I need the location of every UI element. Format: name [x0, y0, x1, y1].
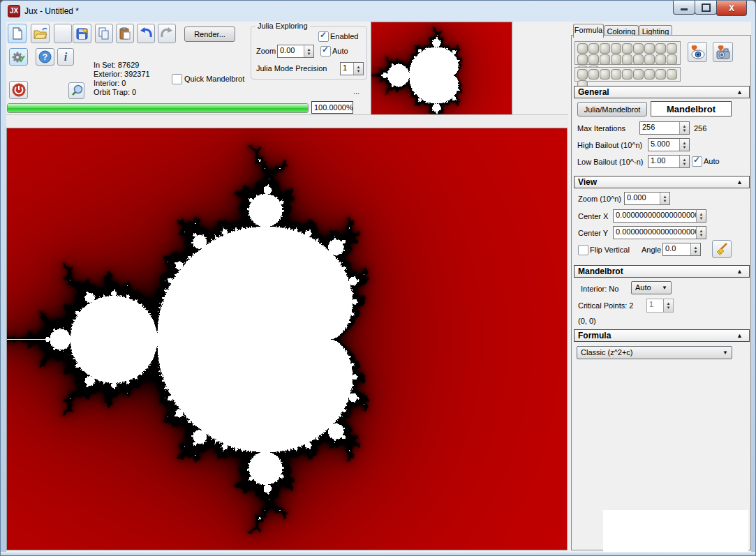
stat-orbit-trap: Orbit Trap: 0: [94, 88, 136, 96]
max-iterations-label: Max Iterations: [577, 124, 625, 133]
julia-zoom-spinner[interactable]: 0.00: [277, 45, 314, 58]
tab-formula[interactable]: Formula: [573, 24, 604, 38]
preset-slot-button[interactable]: [633, 43, 644, 54]
preset-slot-button[interactable]: [600, 43, 610, 54]
bailout-auto-checkbox[interactable]: [692, 156, 702, 167]
new-button[interactable]: [8, 24, 27, 43]
spinner-arrows-icon[interactable]: [696, 227, 706, 239]
preset-slot-button[interactable]: [622, 69, 632, 80]
preset-slot-button[interactable]: [655, 54, 666, 65]
minimize-button[interactable]: [673, 1, 695, 15]
angle-spinner[interactable]: 0.0: [662, 243, 701, 256]
blank-button[interactable]: [54, 24, 72, 43]
progress-bar: [7, 103, 309, 113]
mandelbrot-section-header[interactable]: Mandelbrot: [574, 265, 750, 278]
abort-button[interactable]: [9, 81, 28, 99]
spinner-arrows-icon[interactable]: [690, 243, 700, 255]
preset-slot-button[interactable]: [600, 54, 610, 65]
preset-slot-button[interactable]: [622, 54, 632, 65]
preset-slot-button[interactable]: [577, 69, 588, 80]
center-y-label: Center Y: [578, 229, 608, 237]
center-x-label: Center X: [578, 212, 608, 220]
spinner-arrows-icon[interactable]: [696, 210, 706, 222]
minimize-icon: [681, 8, 688, 10]
preset-slot-button[interactable]: [611, 43, 621, 54]
open-button[interactable]: [31, 24, 50, 43]
preset-slot-button[interactable]: [622, 43, 632, 54]
flip-vertical-checkbox[interactable]: [578, 245, 588, 255]
preset-slot-button[interactable]: [633, 54, 644, 65]
open-folder-icon: [34, 27, 47, 40]
render-button[interactable]: Render...: [184, 27, 235, 42]
preset-slot-button[interactable]: [600, 69, 610, 80]
paste-icon: [119, 27, 131, 40]
julia-auto-checkbox[interactable]: [320, 46, 331, 57]
spinner-arrows-icon[interactable]: [353, 63, 363, 75]
spinner-arrows-icon[interactable]: [679, 122, 689, 134]
spinner-arrows-icon[interactable]: [663, 299, 673, 312]
reset-view-button[interactable]: [712, 240, 732, 258]
critical-points-spinner[interactable]: 1: [646, 299, 674, 313]
window-bottom-border: [1, 552, 756, 556]
new-document-icon: [12, 27, 23, 40]
spinner-arrows-icon[interactable]: [679, 139, 689, 151]
preset-slot-button[interactable]: [588, 69, 599, 80]
preset-slot-button[interactable]: [667, 54, 677, 65]
general-section-header[interactable]: General: [574, 86, 750, 98]
view-zoom-spinner[interactable]: 0.000: [624, 192, 670, 205]
preset-slot-button[interactable]: [577, 54, 588, 65]
preset-slot-button[interactable]: [667, 43, 677, 54]
fractal-canvas[interactable]: [7, 128, 567, 550]
preset-slot-button[interactable]: [644, 43, 655, 54]
preset-slot-button[interactable]: [655, 69, 666, 80]
settings-button[interactable]: [9, 48, 28, 66]
undo-button[interactable]: [137, 24, 155, 43]
paste-button[interactable]: [116, 24, 134, 43]
info-button[interactable]: i: [57, 48, 74, 66]
spinner-arrows-icon[interactable]: [660, 193, 669, 204]
interior-mode-select[interactable]: Auto: [631, 281, 672, 294]
preset-slot-button[interactable]: [577, 43, 588, 54]
preset-slot-button[interactable]: [633, 69, 644, 80]
view-section-header[interactable]: View: [574, 176, 750, 188]
redo-button[interactable]: [158, 24, 176, 43]
julia-mandelbrot-toggle-button[interactable]: Julia/Mandelbrot: [577, 102, 647, 117]
formula-section-header[interactable]: Formula: [574, 329, 750, 342]
zoom-tool-button[interactable]: [68, 82, 84, 99]
julia-precision-spinner[interactable]: 1: [340, 62, 364, 75]
center-y-spinner[interactable]: 0.000000000000000000: [613, 226, 706, 239]
stat-in-set: In Set: 87629: [94, 61, 139, 69]
more-options-ellipsis[interactable]: ...: [353, 87, 360, 96]
progress-percent: 100.0000%: [311, 101, 353, 114]
maximize-button[interactable]: [695, 1, 717, 15]
preset-slot-button[interactable]: [644, 54, 655, 65]
preset-slot-button[interactable]: [655, 43, 666, 54]
center-x-spinner[interactable]: 0.000000000000000000: [613, 209, 706, 223]
quick-mandelbrot-checkbox[interactable]: [172, 74, 182, 84]
preset-slot-button[interactable]: [588, 54, 599, 65]
spinner-arrows-icon[interactable]: [304, 45, 313, 57]
close-button[interactable]: X: [716, 1, 747, 16]
window-title: Jux - Untitled *: [24, 6, 79, 16]
info-icon: i: [64, 51, 67, 63]
preset-slot-button[interactable]: [611, 69, 621, 80]
preset-slot-button[interactable]: [588, 43, 599, 54]
preset-grid-1: [575, 41, 681, 65]
high-bailout-spinner[interactable]: 5.000: [648, 138, 690, 151]
preset-slot-button[interactable]: [644, 69, 655, 80]
fractal-view-frame: [6, 128, 568, 550]
spinner-arrows-icon[interactable]: [679, 156, 689, 167]
julia-enabled-checkbox[interactable]: [318, 31, 329, 42]
copy-button[interactable]: [95, 24, 113, 43]
favorite-snapshot-button[interactable]: [713, 42, 733, 62]
save-button[interactable]: [73, 24, 91, 43]
low-bailout-spinner[interactable]: 1.00: [648, 155, 690, 168]
preset-slot-button[interactable]: [667, 69, 677, 80]
help-button[interactable]: ?: [36, 48, 54, 66]
max-iterations-spinner[interactable]: 256: [639, 121, 690, 135]
favorite-view-button[interactable]: [688, 42, 707, 62]
formula-select[interactable]: Classic (z^2+c): [577, 346, 732, 359]
stat-interior: Interior: 0: [94, 79, 126, 87]
preset-slot-button[interactable]: [611, 54, 621, 65]
julia-preview-canvas[interactable]: [371, 22, 512, 128]
